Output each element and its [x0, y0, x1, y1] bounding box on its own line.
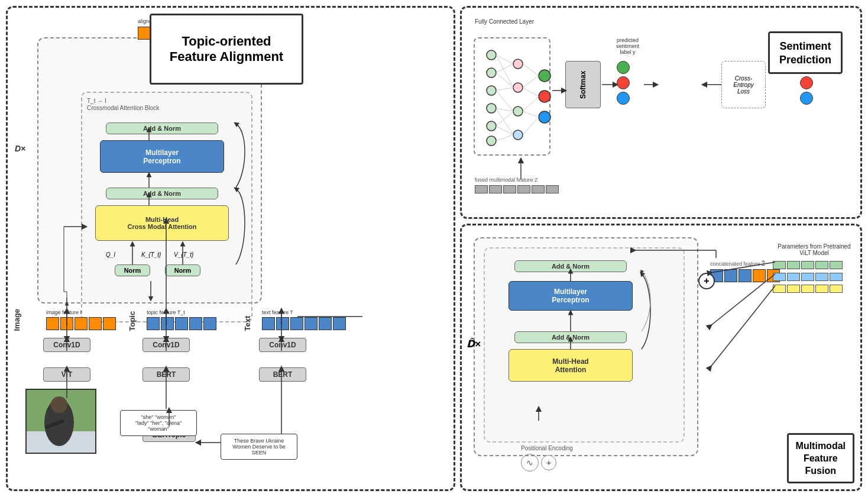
svg-point-36	[487, 86, 496, 95]
svg-point-39	[487, 136, 496, 146]
fused-feature-grid	[475, 185, 559, 193]
topic-words-box: "she" "women" "lady" "her", "olena" "wom…	[120, 410, 197, 436]
svg-point-46	[539, 111, 550, 123]
fusion-inner-inner-block: Add & Norm Multilayer Perceptron Add & N…	[484, 247, 685, 443]
cross-entropy-box: Cross- Entropy Loss	[721, 61, 766, 108]
image-axis-label: Image	[12, 309, 21, 331]
svg-line-57	[496, 135, 513, 141]
text-input-box: These Brave Ukraine Women Deserve to be …	[221, 434, 297, 460]
pos-enc-elements: ∿ +	[521, 454, 573, 472]
fusion-mha-box: Multi-Head Attention	[509, 349, 633, 382]
svg-point-34	[487, 50, 496, 60]
concat-plus: +	[698, 273, 715, 289]
text-feature-grid	[262, 317, 346, 330]
image-feature-container: image feature I	[46, 309, 116, 333]
param-row-yellow	[773, 285, 856, 293]
svg-line-54	[496, 108, 513, 135]
svg-line-55	[496, 111, 513, 126]
positional-encoding-label: Positional Encoding	[521, 445, 573, 451]
concat-label: concatenated feature Z̃	[710, 261, 780, 267]
svg-line-56	[496, 126, 513, 135]
fc-layer-box	[474, 37, 550, 156]
norm-right: Norm	[165, 264, 200, 276]
add-norm-mid: Add & Norm	[106, 188, 218, 199]
fusion-add-norm-bot: Add & Norm	[514, 331, 627, 343]
topic-alignment-text: Topic-oriented Feature Alignment	[170, 34, 283, 65]
svg-line-59	[523, 76, 539, 88]
image-feature-grid	[46, 317, 116, 330]
vit-box: ViT	[43, 367, 90, 382]
fused-feature-label: fused multimodal feature Z	[475, 177, 559, 183]
right-panel: Fully Connected Layer	[460, 6, 862, 491]
topic-alignment-box: Topic-oriented Feature Alignment	[150, 14, 303, 85]
svg-line-52	[496, 91, 513, 111]
fusion-panel: Add & Norm Multilayer Perceptron Add & N…	[460, 224, 862, 491]
svg-line-61	[523, 96, 539, 111]
add-norm-top: Add & Norm	[106, 122, 218, 134]
nn-svg	[480, 43, 556, 150]
image-box	[25, 389, 96, 454]
person-image	[27, 390, 95, 453]
svg-line-51	[496, 88, 513, 91]
image-feature-label: image feature I	[46, 309, 116, 315]
svg-point-40	[513, 59, 523, 69]
topic-axis-label: Topic	[128, 311, 137, 331]
bert-box-1: BERT	[142, 367, 190, 382]
concat-feature-grid	[710, 269, 780, 282]
sine-icon: ∿	[521, 454, 539, 472]
mhcma-box: Multi-Head Cross Modal Attention	[95, 205, 229, 241]
svg-line-74	[710, 286, 775, 367]
svg-line-58	[523, 64, 539, 76]
q-label: Q_I	[106, 251, 115, 258]
plus-icon: +	[541, 455, 556, 470]
svg-line-53	[496, 108, 513, 111]
conv1d-3: Conv1D	[259, 338, 306, 352]
bert-box-2: BERT	[259, 367, 306, 382]
fusion-inner-block: Add & Norm Multilayer Perceptron Add & N…	[474, 237, 698, 456]
multimodal-label-box: Multimodal Feature Fusion	[787, 433, 854, 483]
d-hat-times-label: D̂×	[467, 338, 481, 350]
crossmodal-block-title: Crossmodal Attention Block	[87, 105, 159, 111]
svg-point-9	[51, 396, 67, 413]
k-label: K_{T_t}	[141, 251, 161, 258]
svg-line-62	[523, 111, 539, 117]
fusion-add-norm-top: Add & Norm	[514, 260, 627, 272]
fusion-mlp-box: Multilayer Perceptron	[509, 281, 633, 311]
svg-line-63	[523, 117, 539, 135]
topic-feature-label: topic feature T_t	[147, 309, 216, 315]
svg-point-35	[487, 68, 496, 78]
svg-point-44	[539, 70, 550, 82]
inner-block: T_t → I Crossmodal Attention Block Add &…	[81, 92, 252, 322]
conv1d-1: Conv1D	[43, 338, 90, 352]
vilt-params-container: Parameters from Pretrained ViLT Model	[773, 243, 856, 293]
mlp-box: Multilayer Perceptron	[100, 140, 224, 173]
v-label: V_{T_t}	[174, 251, 193, 258]
svg-point-45	[539, 91, 550, 102]
predicted-traffic-light	[617, 61, 630, 105]
vilt-params-label: Parameters from Pretrained ViLT Model	[773, 243, 856, 256]
topic-feature-container: topic feature T_t	[147, 309, 216, 333]
svg-point-37	[487, 104, 496, 113]
crossmodal-direction-label: T_t → I	[87, 98, 106, 104]
concat-feature-container: concatenated feature Z̃	[710, 261, 780, 282]
fused-feature-container: fused multimodal feature Z	[475, 177, 559, 193]
text-feature-label: text feature T	[262, 309, 346, 315]
predicted-sentiment-label: predicted sentiment label y	[611, 37, 644, 55]
text-axis-label: Text	[243, 316, 252, 331]
svg-line-50	[496, 73, 513, 88]
text-feature-container: text feature T	[262, 309, 346, 333]
conv1d-2: Conv1D	[142, 338, 190, 352]
main-container: D× T_t → I Crossmodal Attention Block Ad…	[0, 0, 868, 497]
svg-line-60	[523, 88, 539, 96]
param-row-blue	[773, 273, 856, 281]
svg-point-38	[487, 121, 496, 131]
fc-label: Fully Connected Layer	[475, 18, 534, 25]
svg-point-42	[513, 106, 523, 116]
softmax-box: Softmax	[565, 61, 601, 108]
fusion-inner-arrows	[485, 248, 686, 444]
d-times-label: D×	[15, 144, 25, 153]
norm-left: Norm	[115, 264, 150, 276]
sentiment-panel: Fully Connected Layer	[460, 6, 862, 219]
svg-point-43	[513, 130, 523, 140]
svg-point-41	[513, 83, 523, 92]
